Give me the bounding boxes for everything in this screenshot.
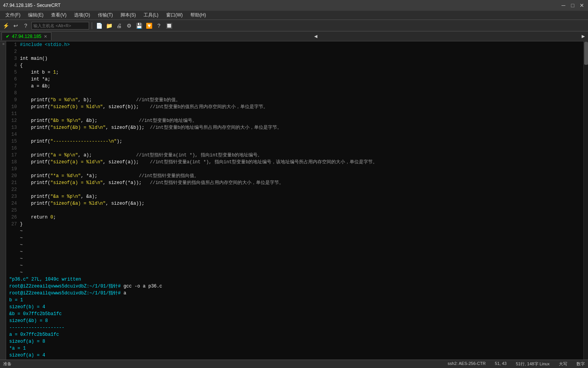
code-line-5: 5 int b = 1;: [6, 69, 583, 76]
code-line-14: 14: [6, 131, 583, 138]
status-ssh: ssh2: AES-256-CTR: [448, 361, 486, 367]
code-line-13: 13 printf("sizeof(&b) = %ld\n", sizeof(&…: [6, 124, 583, 131]
code-line-23: 23 printf("&a = %p\n", &a);: [6, 193, 583, 200]
toolbar: ⚡ ↩ ? 📄 📁 🖨 ⚙ 💾 🔽 ? 🔲: [0, 20, 588, 31]
editor[interactable]: 1 #include <stdio.h> 2 3 int main() 4 { …: [6, 41, 583, 360]
toolbar-settings[interactable]: ⚙: [125, 21, 133, 30]
code-line-27: 27 }: [6, 221, 583, 228]
term-line-10: sizeof(a) = 8: [8, 338, 583, 345]
minimize-button[interactable]: ─: [560, 2, 567, 8]
menu-file[interactable]: 文件(F): [2, 11, 24, 19]
menu-transfer[interactable]: 传输(T): [94, 11, 117, 19]
toolbar-extra[interactable]: 🔲: [165, 21, 173, 30]
code-line-12: 12 printf("&b = %p\n", &b); //int型变量b的地址…: [6, 117, 583, 124]
status-lines: 51行, 148字 Linux: [516, 361, 550, 367]
tab-label: 47.94.128.185: [12, 34, 41, 39]
toolbar-help[interactable]: ?: [155, 21, 163, 30]
toolbar-save[interactable]: 💾: [135, 21, 143, 30]
code-line-4: 4 {: [6, 62, 583, 69]
code-line-3: 3 int main(): [6, 55, 583, 62]
tilde-line-1: ~: [6, 228, 583, 235]
status-right: ssh2: AES-256-CTR 51, 43 51行, 148字 Linux…: [448, 361, 585, 367]
toolbar-btn-1[interactable]: ⚡: [2, 21, 10, 30]
menu-options[interactable]: 选项(O): [70, 11, 94, 19]
tab-checkmark: ✔: [6, 34, 10, 39]
term-line-11: *a = 1: [8, 345, 583, 352]
code-section: 1 #include <stdio.h> 2 3 int main() 4 { …: [6, 41, 583, 276]
title-bar: 47.94.128.185 - SecureCRT ─ □ ✕: [0, 0, 588, 11]
code-line-19: 19: [6, 166, 583, 172]
scrollbar-thumb[interactable]: [584, 42, 588, 65]
toolbar-open[interactable]: 📁: [105, 21, 113, 30]
code-line-20: 20 printf("*a = %d\n", *a); //int型指针变量的指…: [6, 172, 583, 179]
menu-view[interactable]: 查看(V): [47, 11, 70, 19]
tab-close-button[interactable]: ✕: [44, 34, 47, 39]
tab-nav-right[interactable]: ▶: [580, 33, 586, 39]
code-line-1: 1 #include <stdio.h>: [6, 41, 583, 48]
menu-tools[interactable]: 工具(L): [140, 11, 162, 19]
tab-nav-left[interactable]: ◀: [312, 33, 319, 39]
code-line-2: 2: [6, 48, 583, 55]
toolbar-btn-2[interactable]: ↩: [12, 21, 20, 30]
tilde-line-4: ~: [6, 248, 583, 255]
menu-window[interactable]: 窗口(W): [162, 11, 187, 19]
menu-edit[interactable]: 编辑(E): [24, 11, 47, 19]
code-line-7: 7 a = &b;: [6, 83, 583, 90]
host-input[interactable]: [31, 22, 89, 30]
close-button[interactable]: ✕: [579, 2, 585, 8]
code-line-25: 25: [6, 207, 583, 214]
tilde-line-6: ~: [6, 262, 583, 269]
code-line-8: 8: [6, 90, 583, 97]
status-numlock: 数字: [576, 361, 585, 367]
maximize-button[interactable]: □: [570, 2, 576, 8]
code-line-11: 11: [6, 110, 583, 117]
term-line-2: root@iZ2zeeailqvwws5dcuivdbZ:~/1/01/指针# …: [8, 283, 583, 290]
toolbar-print[interactable]: 🖨: [115, 21, 123, 30]
term-line-8: --------------------: [8, 324, 583, 331]
terminal-section: "p36.c" 27L, 1049c written root@iZ2zeeai…: [6, 276, 583, 360]
status-mode: 大写: [559, 361, 567, 367]
term-line-1: "p36.c" 27L, 1049c written: [8, 276, 583, 283]
code-line-22: 22: [6, 186, 583, 193]
scrollbar[interactable]: [583, 41, 588, 360]
status-ready: 准备: [3, 361, 441, 367]
term-line-7: sizeof(&b) = 8: [8, 317, 583, 324]
code-line-18: 18 printf("sizeof(a) = %ld\n", sizeof(a)…: [6, 159, 583, 166]
code-line-24: 24 printf("sizeof(&a) = %ld\n", sizeof(&…: [6, 200, 583, 207]
status-cursor: 51, 43: [495, 361, 507, 367]
term-line-13: &a = 0x7ffc2b5ba200: [8, 359, 583, 360]
menu-help[interactable]: 帮助(H): [187, 11, 210, 19]
main-area: ≡ 1 #include <stdio.h> 2 3 int main() 4: [0, 41, 588, 360]
toolbar-sep-1: [92, 22, 92, 29]
side-gutter: ≡: [0, 41, 6, 360]
session-tab[interactable]: ✔ 47.94.128.185 ✕: [2, 32, 51, 40]
code-line-21: 21 printf("sizeof(a) = %ld\n", sizeof(*a…: [6, 179, 583, 186]
term-line-6: &b = 0x7ffc2b5ba1fc: [8, 310, 583, 317]
menu-script[interactable]: 脚本(S): [117, 11, 140, 19]
window-controls: ─ □ ✕: [560, 2, 585, 8]
code-line-10: 10 printf("sizeof(b) = %ld\n", sizeof(b)…: [6, 104, 583, 110]
menu-bar: 文件(F) 编辑(E) 查看(V) 选项(O) 传输(T) 脚本(S) 工具(L…: [0, 11, 588, 20]
term-line-4: b = 1: [8, 297, 583, 304]
toolbar-btn-3[interactable]: ?: [21, 21, 30, 30]
status-bar: 准备 ssh2: AES-256-CTR 51, 43 51行, 148字 Li…: [0, 360, 588, 368]
tilde-line-5: ~: [6, 255, 583, 262]
tilde-line-2: ~: [6, 235, 583, 242]
tilde-line-7: ~: [6, 269, 583, 276]
code-line-9: 9 printf("b = %d\n", b); //int型变量b的值。: [6, 97, 583, 104]
title-text: 47.94.128.185 - SecureCRT: [3, 3, 61, 8]
term-line-12: sizeof(a) = 4: [8, 352, 583, 359]
term-line-3: root@iZ2zeeailqvwws5dcuivdbZ:~/1/01/指针# …: [8, 290, 583, 297]
code-line-6: 6 int *a;: [6, 76, 583, 83]
code-line-17: 17 printf("a = %p\n", a); //int型指针变量a(in…: [6, 152, 583, 159]
gutter-icon-1: ≡: [1, 43, 5, 45]
toolbar-filter[interactable]: 🔽: [145, 21, 153, 30]
term-line-9: a = 0x7ffc2b5ba1fc: [8, 331, 583, 338]
code-line-15: 15 printf("--------------------\n");: [6, 138, 583, 145]
term-line-5: sizeof(b) = 4: [8, 304, 583, 310]
code-line-16: 16: [6, 145, 583, 152]
tab-bar: ✔ 47.94.128.185 ✕ ◀ ▶: [0, 31, 588, 41]
toolbar-new[interactable]: 📄: [95, 21, 103, 30]
tilde-line-3: ~: [6, 242, 583, 248]
code-line-26: 26 return 0;: [6, 214, 583, 221]
